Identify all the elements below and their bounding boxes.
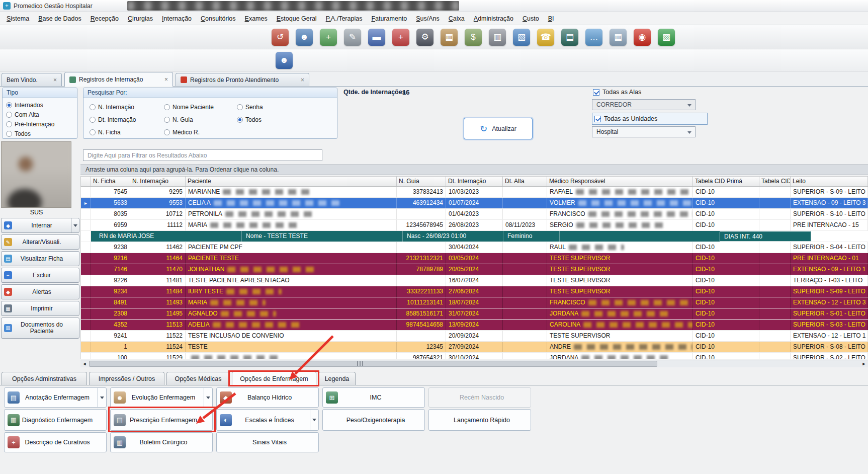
action-button[interactable]: Recém Nascido (428, 387, 531, 408)
grid-column-header[interactable]: Dt. Internação (446, 177, 503, 186)
estoque-icon[interactable]: ▦ (441, 29, 458, 46)
table-row[interactable]: 1 11524 TESTE 12345 27/09/2024 ANDRE CID… (81, 342, 868, 353)
search-radio-option[interactable]: Todos (237, 113, 263, 126)
menu-item[interactable]: BI (544, 13, 559, 24)
scroll-right-icon[interactable]: ► (860, 360, 868, 367)
options-tab[interactable]: Legenda (318, 372, 356, 385)
recepcao-icon[interactable]: ↺ (272, 29, 289, 46)
newborn-sub-row[interactable]: RN de MARIA JOSE Nome - TESTE TESTE Nasc… (81, 231, 868, 242)
cirurgia-icon[interactable]: ⚙ (416, 29, 433, 46)
document-tab[interactable]: Registros de Internação × (64, 72, 173, 87)
menu-item[interactable]: Internação (157, 13, 196, 24)
menu-item[interactable]: Recepção (86, 13, 123, 24)
grid-column-header[interactable]: Dt. Alta (503, 177, 547, 186)
ward-select[interactable]: CORREDOR (592, 99, 696, 110)
pacientes-icon[interactable]: ☻ (296, 29, 313, 46)
paciente-internado-icon[interactable]: ☻ (276, 52, 293, 69)
options-tab[interactable]: Opções Adminstrativas (2, 372, 87, 385)
sidebar-action-button[interactable]: ✎ Alterar/Visuali. (1, 234, 79, 250)
leitos-icon[interactable]: ▬ (368, 29, 385, 46)
sidebar-action-button[interactable]: ▤ Visualizar Ficha (1, 251, 79, 266)
dropdown-arrow-icon[interactable] (98, 388, 106, 407)
table-row[interactable]: 7545 9295 MARIANNE 337832413 10/03/2023 … (81, 187, 868, 198)
splitter-grip-icon[interactable] (357, 361, 363, 366)
action-button[interactable]: ▥ Boletim Cirúrgico (110, 432, 213, 452)
menu-item[interactable]: Estoque Geral (272, 13, 321, 24)
medico-icon[interactable]: + (320, 29, 337, 46)
planilha-icon[interactable]: ▦ (610, 29, 627, 46)
menu-item[interactable]: Administração (469, 13, 518, 24)
document-tab[interactable]: Registros de Pronto Atendimento × (176, 73, 309, 86)
table-row[interactable]: 4352 11513 ADELIA 98745414658 13/09/2024… (81, 320, 868, 331)
tab-close-icon[interactable]: × (53, 76, 57, 84)
menu-item[interactable]: Base de Dados (34, 13, 85, 24)
tipo-radio-option[interactable]: Internados (6, 100, 73, 110)
filter-input[interactable] (83, 149, 322, 161)
sidebar-action-button[interactable]: ◆ Alertas (1, 284, 79, 299)
sidebar-action-button[interactable]: ▥ Documentos do Paciente (1, 318, 79, 339)
search-radio-option[interactable]: N. Ficha (90, 126, 136, 138)
search-radio-option[interactable]: Senha (237, 101, 263, 113)
action-button[interactable]: ⊞ IMC (322, 387, 425, 408)
action-button[interactable]: ▦ Diagnóstico Enfermagem (4, 409, 107, 431)
document-tab[interactable]: Bem Vindo. × (2, 73, 62, 86)
table-row[interactable]: 9226 11481 TESTE PACIENTE APRESENTACAO 1… (81, 275, 868, 286)
table-row[interactable]: 2308 11495 AGNALDO 85851516171 31/07/202… (81, 308, 868, 320)
action-button[interactable]: Peso/Oxigenoterapia (322, 409, 425, 431)
ambulancia-icon[interactable]: + (392, 29, 409, 46)
monitor-icon[interactable]: ▩ (658, 29, 675, 46)
grid-column-header[interactable]: N. Internação (130, 177, 186, 186)
grid-column-header[interactable]: Paciente (186, 177, 397, 186)
menu-item[interactable]: Caixa (444, 13, 469, 24)
grid-column-header[interactable]: Médico Responsável (547, 177, 693, 186)
search-radio-option[interactable]: N. Internação (90, 101, 136, 113)
grid-column-header[interactable]: Leito (791, 177, 868, 186)
table-row[interactable]: 9238 11462 PACIENTE PM CPF 30/04/2024 RA… (81, 242, 868, 253)
grid-column-header[interactable]: N. Ficha (91, 177, 130, 186)
table-row[interactable]: 8491 11493 MARIA 10111213141 18/07/2024 … (81, 297, 868, 308)
tipo-radio-option[interactable]: Pré-Internação (6, 119, 73, 129)
agenda-icon[interactable]: ▤ (561, 29, 578, 46)
table-row[interactable]: 9241 11522 TESTE INCLUSAO DE CONVENIO 20… (81, 331, 868, 342)
menu-item[interactable]: Consultórios (196, 13, 240, 24)
graficos-icon[interactable]: ▧ (513, 29, 530, 46)
grid-column-header[interactable]: N. Guia (397, 177, 446, 186)
faturamento-icon[interactable]: $ (465, 29, 482, 46)
all-wards-checkbox[interactable]: Todas as Alas (593, 89, 641, 96)
dropdown-arrow-icon[interactable] (204, 388, 212, 407)
table-row[interactable]: 100 11529 987654321 30/10/2024 JORDANA C… (81, 353, 868, 359)
action-button[interactable]: ◐ Escalas e Índices (216, 409, 319, 431)
menu-item[interactable]: Custo (518, 13, 544, 24)
chat-icon[interactable]: … (585, 29, 602, 46)
menu-item[interactable]: Sistema (2, 13, 34, 24)
cofre-icon[interactable]: ▥ (489, 29, 506, 46)
sair-icon[interactable]: ◉ (634, 29, 651, 46)
grid-column-header[interactable]: Tabela CID S (759, 177, 791, 186)
options-tab[interactable]: Opções Médicas (166, 372, 230, 385)
action-button[interactable]: ▤ Prescrição Enfermagem (110, 409, 213, 431)
table-row[interactable]: 9234 11484 IURY TESTE 33322211133 27/06/… (81, 286, 868, 297)
action-button[interactable]: Sinais Vitais (216, 432, 319, 452)
menu-item[interactable]: P.A./Terapias (321, 13, 367, 24)
refresh-button[interactable]: ↻ Atualizar (464, 118, 533, 139)
grid-column-header[interactable]: Tabela CID Primá (693, 177, 759, 186)
telefone-icon[interactable]: ☎ (537, 29, 554, 46)
action-button[interactable]: ▤ Anotação Enfermagem (4, 387, 107, 408)
search-radio-option[interactable]: Nome Paciente (164, 101, 214, 113)
action-button[interactable]: ☻ Evolução Enfermagem (110, 387, 213, 408)
action-button[interactable]: ◆ Balanço Hídrico (216, 387, 319, 408)
dropdown-arrow-icon[interactable] (71, 218, 79, 232)
all-units-checkbox[interactable]: Todas as Unidades (592, 113, 708, 125)
table-row[interactable]: ▸ 5633 9553 CELIA A 463912434 01/07/2024… (81, 198, 868, 209)
dropdown-arrow-icon[interactable] (310, 410, 318, 430)
sidebar-action-button[interactable]: − Excluir (1, 268, 79, 283)
search-radio-option[interactable]: Médico R. (164, 126, 214, 138)
tab-close-icon[interactable]: × (301, 76, 304, 84)
search-radio-option[interactable]: N. Guia (164, 113, 214, 126)
tipo-radio-option[interactable]: Todos (6, 129, 73, 138)
options-tab[interactable]: Opções de Enfermagem (232, 371, 316, 386)
tipo-radio-option[interactable]: Com Alta (6, 110, 73, 119)
table-row[interactable]: 6959 11112 MARIA 12345678945 26/08/2023 … (81, 220, 868, 231)
action-button[interactable]: + Descrição de Curativos (4, 432, 107, 452)
options-tab[interactable]: Impressões / Outros (89, 372, 164, 385)
